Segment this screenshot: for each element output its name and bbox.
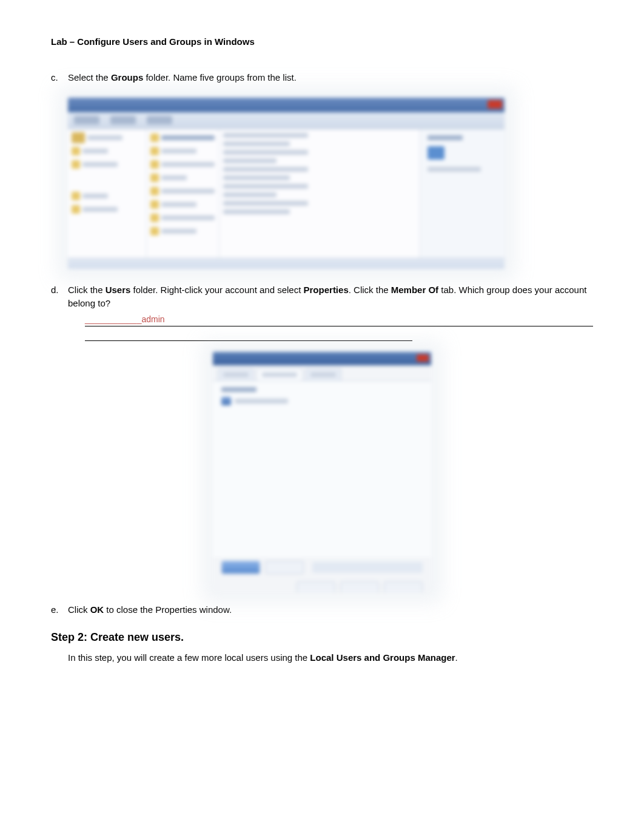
group-icon — [150, 174, 159, 182]
folder-icon — [72, 132, 85, 143]
ok-button[interactable] — [297, 581, 335, 592]
management-console-window — [68, 98, 505, 269]
apply-button[interactable] — [384, 581, 423, 592]
dialog-button-row-bottom — [213, 578, 431, 592]
group-icon — [150, 200, 159, 209]
tab-general[interactable] — [218, 368, 254, 380]
text: . Click the — [349, 285, 391, 295]
membership-note — [312, 562, 423, 573]
remove-button[interactable] — [265, 561, 304, 574]
list-letter-c: c. — [51, 71, 68, 84]
answer-line-1: ____________ admin — [85, 314, 593, 326]
list-item[interactable] — [150, 146, 215, 156]
label — [161, 175, 187, 180]
member-of-label — [221, 387, 257, 392]
bold-ok: OK — [90, 604, 104, 615]
text: Click — [68, 604, 90, 615]
add-button[interactable] — [221, 561, 260, 574]
text-line — [223, 158, 277, 163]
dialog-tabs — [213, 365, 431, 381]
group-icon — [150, 160, 159, 169]
tree-item[interactable] — [72, 133, 143, 143]
tab-label — [310, 373, 336, 377]
label — [87, 135, 122, 140]
instruction-c: c. Select the Groups folder. Name five g… — [51, 71, 593, 84]
group-icon — [150, 187, 159, 195]
label — [82, 162, 118, 167]
close-icon[interactable] — [488, 100, 502, 109]
list-item[interactable] — [150, 173, 215, 183]
bold-users: Users — [106, 285, 131, 295]
tree-item[interactable] — [72, 205, 143, 214]
folder-icon — [72, 147, 80, 155]
dialog-body — [213, 381, 431, 557]
folder-icon — [72, 192, 80, 200]
toolbar-item[interactable] — [147, 116, 172, 124]
label — [82, 207, 118, 212]
bold-lusrmgr: Local Users and Groups Manager — [310, 652, 455, 663]
label — [161, 135, 215, 140]
window-toolbar — [68, 112, 505, 129]
answer-value: admin — [141, 313, 164, 326]
text-line — [223, 192, 277, 197]
actions-icon[interactable] — [428, 146, 444, 160]
tree-item[interactable] — [72, 160, 143, 169]
text-line — [223, 141, 290, 146]
properties-dialog — [213, 352, 431, 592]
text-line — [223, 209, 290, 214]
cancel-button[interactable] — [340, 581, 379, 592]
tab-label — [262, 373, 297, 377]
list-item[interactable] — [150, 186, 215, 196]
answer-underscore: ____________ — [85, 313, 141, 326]
action-item[interactable] — [428, 167, 481, 172]
instruction-d-body: Click the Users folder. Right-click your… — [68, 283, 593, 344]
group-icon — [150, 214, 159, 222]
tab-label — [223, 373, 249, 377]
group-entry[interactable] — [221, 397, 423, 405]
list-item[interactable] — [150, 133, 215, 143]
toolbar-item[interactable] — [110, 116, 136, 124]
label — [82, 194, 108, 198]
instruction-d: d. Click the Users folder. Right-click y… — [51, 283, 593, 344]
group-name — [235, 399, 288, 404]
label — [161, 215, 215, 220]
text: folder. Right-click your account and sel… — [130, 285, 303, 295]
list-item[interactable] — [150, 226, 215, 236]
toolbar-item[interactable] — [74, 116, 99, 124]
answer-line-2 — [85, 329, 412, 341]
text-line — [223, 201, 308, 206]
instruction-e: e. Click OK to close the Properties wind… — [51, 603, 593, 617]
group-icon — [221, 397, 231, 405]
bold-groups: Groups — [111, 72, 143, 83]
tab-profile[interactable] — [305, 368, 341, 380]
label — [161, 229, 196, 234]
text-line — [223, 150, 308, 155]
text: folder. Name five groups from the list. — [143, 72, 297, 83]
label — [82, 149, 108, 154]
list-item[interactable] — [150, 213, 215, 223]
answer-area: ____________ admin — [85, 314, 593, 341]
window-body — [68, 129, 505, 258]
tab-member-of[interactable] — [257, 368, 303, 380]
window-titlebar — [68, 98, 505, 112]
description-panel — [220, 129, 420, 258]
text: to close the Properties window. — [104, 604, 232, 615]
bold-member-of: Member Of — [391, 285, 438, 295]
close-icon[interactable] — [417, 354, 429, 362]
list-item[interactable] — [150, 160, 215, 169]
text: Click the — [68, 285, 106, 295]
text-line — [223, 133, 308, 138]
instruction-c-body: Select the Groups folder. Name five grou… — [68, 71, 593, 84]
group-icon — [150, 147, 159, 155]
text: In this step, you will create a few more… — [68, 652, 310, 663]
tree-item[interactable] — [72, 191, 143, 201]
list-item[interactable] — [150, 200, 215, 209]
text-line — [223, 175, 290, 180]
step-2-heading: Step 2: Create new users. — [51, 631, 593, 644]
list-letter-d: d. — [51, 283, 68, 297]
actions-panel — [420, 129, 505, 258]
tree-panel — [68, 129, 147, 258]
label — [161, 149, 196, 154]
tree-item[interactable] — [72, 146, 143, 156]
list-letter-e: e. — [51, 603, 68, 617]
